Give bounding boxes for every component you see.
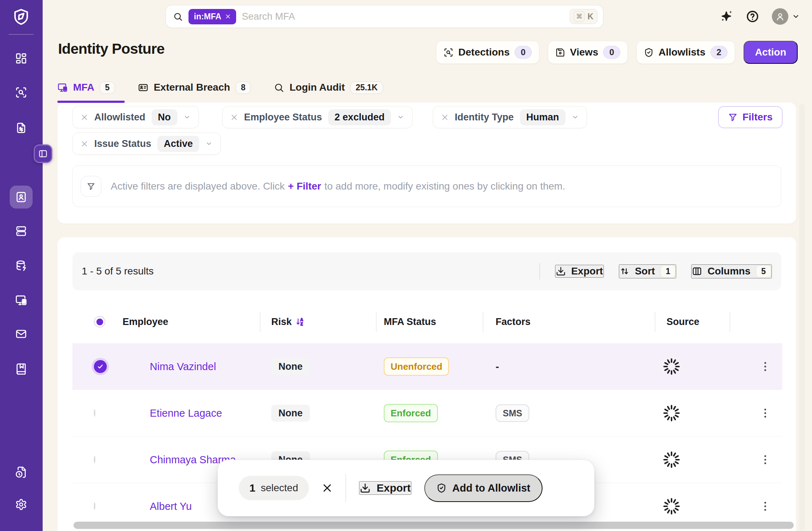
toolbar-actions: Export Sort 1 Columns 5 <box>539 263 772 279</box>
filter-chip-issue-status[interactable]: Issue Status Active <box>72 133 221 155</box>
loading-spinner-icon <box>663 358 680 375</box>
selection-export-button[interactable]: Export <box>359 481 411 495</box>
column-divider <box>260 312 261 332</box>
sidebar-item-dashboard[interactable] <box>10 47 33 70</box>
row-menu-button[interactable] <box>762 360 768 373</box>
global-search-input[interactable]: in:MFA Search MFA ⌘ K <box>166 5 603 28</box>
allowlists-button[interactable]: Allowlists 2 <box>636 41 735 64</box>
filters-button[interactable]: Filters <box>718 106 783 128</box>
sidebar-collapse-toggle[interactable] <box>34 144 52 163</box>
selection-bar-divider <box>345 474 346 502</box>
tab-mfa[interactable]: MFA 5 <box>57 81 115 94</box>
vertical-scrollbar[interactable] <box>799 104 805 531</box>
row-checkbox[interactable] <box>94 456 95 463</box>
filter-value: No <box>152 109 177 125</box>
select-all-radio[interactable] <box>94 316 105 327</box>
selection-count-label: selected <box>261 482 298 494</box>
tab-login-audit[interactable]: Login Audit 25.1K <box>274 81 383 94</box>
risk-badge: None <box>271 358 310 375</box>
column-divider <box>483 312 483 332</box>
ai-assistant-button[interactable] <box>720 10 733 23</box>
chevron-down-icon <box>183 114 191 121</box>
filters-button-label: Filters <box>742 111 773 123</box>
sidebar-item-data[interactable] <box>10 254 33 277</box>
sidebar-item-servers[interactable] <box>10 220 33 243</box>
sort-button[interactable]: Sort 1 <box>619 264 677 278</box>
funnel-icon <box>728 113 737 122</box>
detections-button[interactable]: Detections 0 <box>436 41 539 64</box>
search-icon <box>274 82 284 93</box>
column-header-mfa-status: MFA Status <box>384 316 436 327</box>
close-icon[interactable] <box>441 114 449 121</box>
close-icon[interactable] <box>225 14 231 19</box>
selection-export-label: Export <box>377 482 411 494</box>
servers-icon <box>15 225 27 237</box>
chevron-down-icon <box>572 114 579 121</box>
sidebar-item-identity[interactable] <box>10 186 33 209</box>
employee-name-link[interactable]: Albert Yu <box>150 500 192 512</box>
filters-panel: Allowlisted No Employee Status 2 exclude… <box>57 102 796 224</box>
search-scope-tag[interactable]: in:MFA <box>188 9 236 24</box>
table-row[interactable]: Nima Vazindel None Unenforced - <box>72 343 782 390</box>
filter-label: Employee Status <box>244 112 322 123</box>
clear-selection-button[interactable] <box>322 483 333 493</box>
filter-value: Active <box>157 136 199 152</box>
tab-external-breach[interactable]: External Breach 8 <box>138 81 251 94</box>
row-checkbox-checked[interactable] <box>94 360 107 373</box>
row-menu-button[interactable] <box>762 453 768 466</box>
detections-count-badge: 0 <box>515 46 531 59</box>
download-icon <box>556 266 566 276</box>
close-icon[interactable] <box>81 140 88 148</box>
column-header-risk[interactable]: Risk <box>271 316 305 327</box>
sidebar-item-detections[interactable] <box>10 81 33 104</box>
row-menu-button[interactable] <box>762 499 768 513</box>
sidebar-item-devices[interactable] <box>10 289 33 312</box>
tab-mfa-label: MFA <box>73 82 94 93</box>
identity-badge-icon <box>15 191 27 203</box>
help-button[interactable] <box>746 10 759 23</box>
employee-name-link[interactable]: Nima Vazindel <box>150 360 216 372</box>
sort-arrows-icon <box>620 266 630 276</box>
sort-label: Sort <box>635 266 655 277</box>
app-logo-shield-icon[interactable] <box>12 8 30 26</box>
row-menu-button[interactable] <box>762 406 768 420</box>
add-to-allowlist-button[interactable]: Add to Allowlist <box>424 474 543 502</box>
employee-name-link[interactable]: Etienne Lagace <box>150 407 222 418</box>
toolbar-divider <box>539 263 540 279</box>
views-button[interactable]: Views 0 <box>548 41 628 64</box>
columns-icon <box>692 266 702 276</box>
close-icon[interactable] <box>230 114 238 121</box>
database-zap-icon <box>15 260 27 272</box>
selection-action-bar: 1 selected Export Add to Allowlist <box>218 460 594 516</box>
shortcut-key-label: K <box>587 12 593 21</box>
filter-chip-allowlisted[interactable]: Allowlisted No <box>72 106 199 128</box>
loading-spinner-icon <box>663 497 680 515</box>
active-tab-indicator <box>57 101 125 103</box>
column-divider <box>730 312 730 332</box>
user-menu[interactable] <box>772 8 800 25</box>
filter-value: 2 excluded <box>328 109 391 125</box>
book-marked-icon <box>15 363 27 375</box>
search-icon <box>173 12 183 21</box>
close-icon[interactable] <box>81 114 88 121</box>
row-checkbox[interactable] <box>94 409 95 417</box>
selection-count-pill: 1 selected <box>239 476 309 500</box>
sidebar-item-docs[interactable] <box>10 358 33 381</box>
chevron-down-icon <box>397 114 404 121</box>
loading-spinner-icon <box>663 404 680 422</box>
row-checkbox[interactable] <box>94 502 95 510</box>
file-clock-icon <box>15 466 27 478</box>
filter-chip-identity-type[interactable]: Identity Type Human <box>433 106 587 128</box>
close-icon <box>322 483 333 493</box>
sidebar-item-mail[interactable] <box>10 322 33 345</box>
horizontal-scrollbar[interactable] <box>73 522 794 529</box>
sidebar-item-settings[interactable] <box>10 493 33 516</box>
filter-chip-employee-status[interactable]: Employee Status 2 excluded <box>222 106 412 128</box>
risk-badge: None <box>271 405 310 421</box>
table-row[interactable]: Etienne Lagace None Enforced SMS <box>72 390 782 436</box>
sidebar-item-activity-log[interactable] <box>10 461 33 484</box>
sidebar-item-reports[interactable] <box>10 116 33 139</box>
export-button[interactable]: Export <box>555 265 604 278</box>
columns-button[interactable]: Columns 5 <box>691 264 772 278</box>
action-button[interactable]: Action <box>744 41 798 64</box>
